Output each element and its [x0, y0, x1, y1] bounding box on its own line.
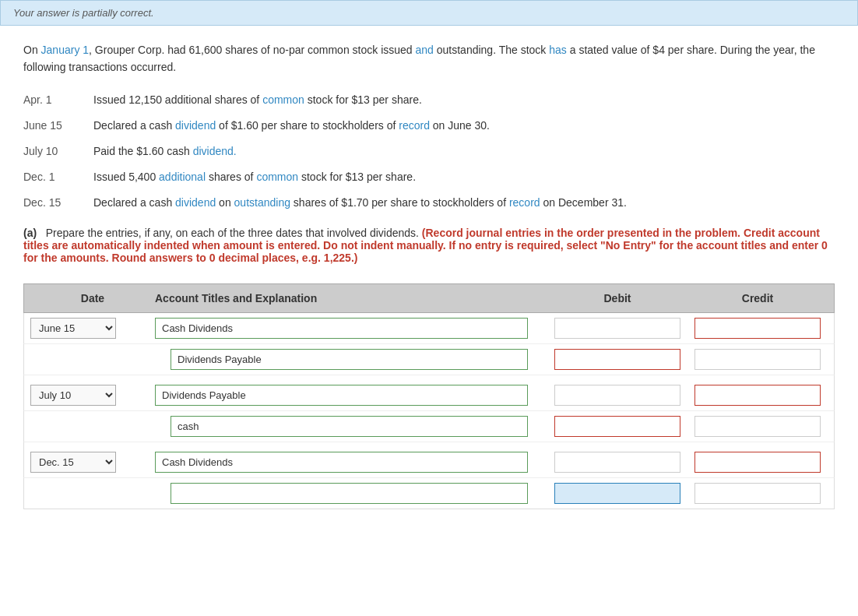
credit-input-dec15-1[interactable] — [694, 452, 821, 473]
transaction-dec15: Dec. 15 Declared a cash dividend on outs… — [23, 195, 835, 211]
transactions-list: Apr. 1 Issued 12,150 additional shares o… — [23, 92, 835, 211]
intro-paragraph: On January 1, Grouper Corp. had 61,600 s… — [23, 41, 835, 76]
account-cell-dec15-2 — [155, 483, 547, 504]
journal-row-dec15-2 — [23, 478, 835, 509]
header-debit: Debit — [547, 292, 687, 304]
partial-correct-banner: Your answer is partially correct. — [0, 0, 858, 26]
credit-input-july10-2[interactable] — [694, 416, 821, 437]
transaction-dec1: Dec. 1 Issued 5,400 additional shares of… — [23, 169, 835, 185]
date-cell-july10: July 10 Apr. 1 June 15 Dec. 1 Dec. 15 — [30, 385, 155, 406]
header-date: Date — [30, 292, 155, 304]
credit-cell-july10-2 — [687, 416, 828, 437]
date-select-dec15[interactable]: Dec. 15 Apr. 1 June 15 July 10 Dec. 1 — [30, 452, 116, 473]
instruction-block: (a) Prepare the entries, if any, on each… — [23, 227, 835, 264]
credit-cell-july10-1 — [687, 385, 828, 406]
account-cell-june15-2 — [155, 349, 547, 370]
account-input-july10-1[interactable] — [155, 385, 528, 406]
header-credit: Credit — [687, 292, 828, 304]
header-account: Account Titles and Explanation — [155, 292, 547, 304]
debit-cell-dec15-1 — [547, 452, 687, 473]
credit-input-dec15-2[interactable] — [694, 483, 821, 504]
journal-row-july10-1: July 10 Apr. 1 June 15 Dec. 1 Dec. 15 — [23, 380, 835, 411]
account-input-june15-2[interactable] — [171, 349, 528, 370]
journal-table: Date Account Titles and Explanation Debi… — [23, 283, 835, 509]
credit-input-june15-2[interactable] — [694, 349, 821, 370]
journal-row-june15-2 — [23, 344, 835, 375]
account-cell-july10-2 — [155, 416, 547, 437]
date-cell-dec15: Dec. 15 Apr. 1 June 15 July 10 Dec. 1 — [30, 452, 155, 473]
debit-cell-dec15-2 — [547, 483, 687, 504]
credit-cell-dec15-2 — [687, 483, 828, 504]
debit-cell-june15-1 — [547, 318, 687, 339]
account-input-dec15-1[interactable] — [155, 452, 528, 473]
credit-cell-june15-2 — [687, 349, 828, 370]
debit-cell-july10-1 — [547, 385, 687, 406]
date-select-june15[interactable]: June 15 Apr. 1 July 10 Dec. 1 Dec. 15 — [30, 318, 116, 339]
transaction-june15: June 15 Declared a cash dividend of $1.6… — [23, 118, 835, 134]
debit-input-july10-1[interactable] — [554, 385, 680, 406]
debit-input-june15-2[interactable] — [554, 349, 680, 370]
debit-input-dec15-1[interactable] — [554, 452, 680, 473]
date-cell-june15: June 15 Apr. 1 July 10 Dec. 1 Dec. 15 — [30, 318, 155, 339]
transaction-july10: July 10 Paid the $1.60 cash dividend. — [23, 143, 835, 160]
transaction-apr1: Apr. 1 Issued 12,150 additional shares o… — [23, 92, 835, 108]
debit-input-july10-2[interactable] — [554, 416, 680, 437]
debit-cell-july10-2 — [547, 416, 687, 437]
account-cell-july10-1 — [155, 385, 547, 406]
account-cell-dec15-1 — [155, 452, 547, 473]
debit-cell-june15-2 — [547, 349, 687, 370]
credit-cell-dec15-1 — [687, 452, 828, 473]
account-input-dec15-2[interactable] — [171, 483, 528, 504]
journal-row-july10-2 — [23, 411, 835, 442]
credit-input-july10-1[interactable] — [694, 385, 821, 406]
account-input-june15-1[interactable] — [155, 318, 528, 339]
debit-input-dec15-2[interactable] — [554, 483, 680, 504]
journal-header: Date Account Titles and Explanation Debi… — [23, 283, 835, 313]
credit-input-june15-1[interactable] — [694, 318, 821, 339]
date-select-july10[interactable]: July 10 Apr. 1 June 15 Dec. 1 Dec. 15 — [30, 385, 116, 406]
account-cell-june15-1 — [155, 318, 547, 339]
debit-input-june15-1[interactable] — [554, 318, 680, 339]
account-input-july10-2[interactable] — [171, 416, 528, 437]
journal-row-june15-1: June 15 Apr. 1 July 10 Dec. 1 Dec. 15 — [23, 313, 835, 344]
journal-row-dec15-1: Dec. 15 Apr. 1 June 15 July 10 Dec. 1 — [23, 447, 835, 478]
credit-cell-june15-1 — [687, 318, 828, 339]
